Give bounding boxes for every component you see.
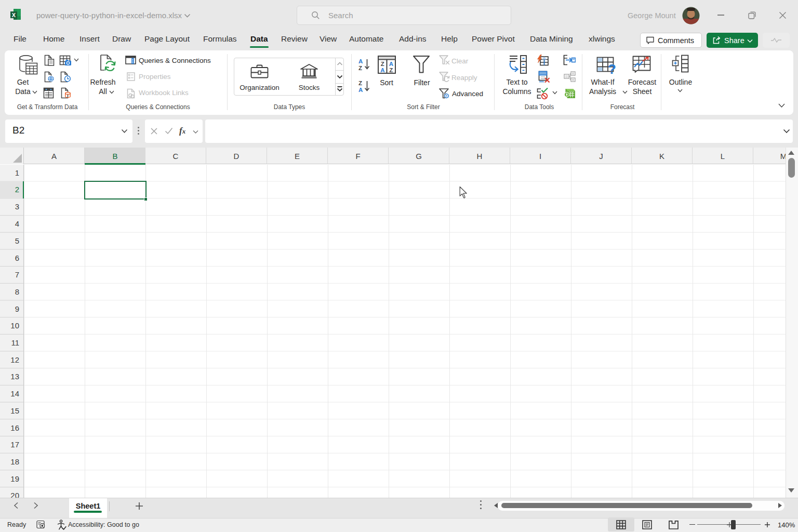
svg-text:Z: Z <box>381 61 384 67</box>
svg-text:A: A <box>389 61 393 67</box>
svg-text:A: A <box>358 58 363 64</box>
svg-text:A: A <box>358 87 363 93</box>
svg-text:X: X <box>12 12 16 18</box>
svg-text:Z: Z <box>358 65 362 71</box>
svg-text:Z: Z <box>389 67 393 73</box>
svg-text:Z: Z <box>358 80 362 86</box>
svg-text:A: A <box>380 67 384 73</box>
svg-text:?: ? <box>608 61 616 75</box>
